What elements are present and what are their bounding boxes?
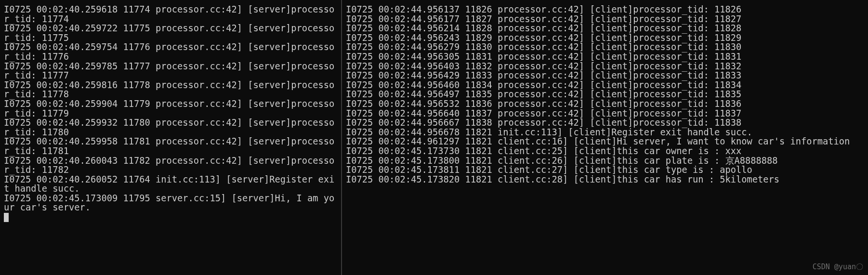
client-log-output: I0725 00:02:44.956137 11826 processor.cc… — [346, 4, 850, 184]
terminal-cursor — [4, 213, 9, 222]
watermark-text: CSDN @yuan〇 — [813, 262, 863, 272]
client-terminal-pane[interactable]: I0725 00:02:44.956137 11826 processor.cc… — [342, 0, 868, 275]
server-terminal-pane[interactable]: I0725 00:02:40.259618 11774 processor.cc… — [0, 0, 342, 275]
terminal-split: I0725 00:02:40.259618 11774 processor.cc… — [0, 0, 868, 275]
server-log-output: I0725 00:02:40.259618 11774 processor.cc… — [4, 4, 334, 212]
